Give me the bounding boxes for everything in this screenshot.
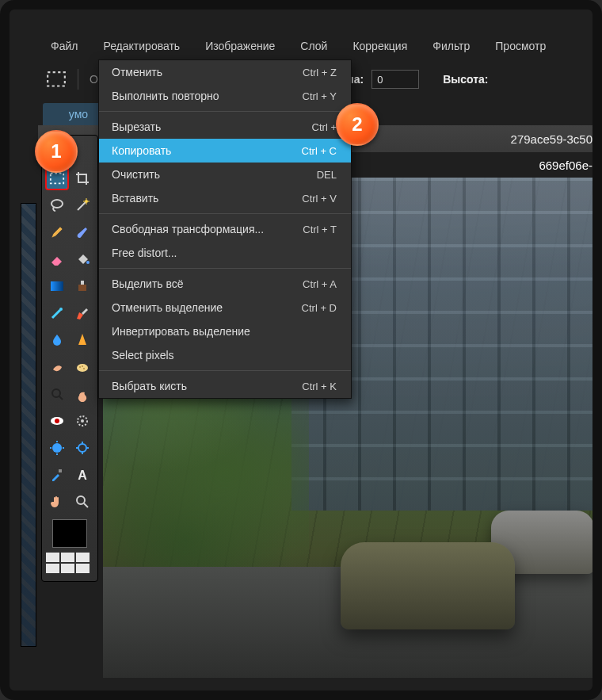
tool-bloat[interactable] <box>46 437 68 459</box>
menu-item-shortcut: Ctrl + C <box>302 145 337 157</box>
tool-redeye[interactable] <box>46 410 68 432</box>
svg-point-9 <box>77 364 88 372</box>
menu-edit[interactable]: Редактировать <box>90 35 192 57</box>
tool-wand[interactable] <box>71 194 93 216</box>
tool-eyedropper[interactable] <box>46 464 68 486</box>
secondary-document-strip[interactable] <box>21 203 36 647</box>
menu-item-label: Очистить <box>112 168 160 181</box>
marquee-icon <box>46 71 67 88</box>
callout-1: 1 <box>35 130 78 173</box>
svg-rect-7 <box>81 281 84 285</box>
menu-item-select-pixels[interactable]: Select pixels <box>99 343 351 367</box>
menu-item-label: Выполнить повторно <box>112 90 219 102</box>
menu-item-free-transform[interactable]: Свободная трансформация...Ctrl + T <box>99 217 351 241</box>
tool-clone[interactable] <box>71 275 93 297</box>
svg-point-4 <box>86 261 90 264</box>
menu-item-invert-selection[interactable]: Инвертировать выделение <box>99 319 351 343</box>
tool-spotheal[interactable] <box>71 410 93 432</box>
menu-file[interactable]: Файл <box>38 35 90 57</box>
menu-item-label: Выбрать кисть <box>112 380 187 392</box>
svg-point-15 <box>55 419 59 423</box>
tool-brush[interactable] <box>71 221 93 243</box>
menu-separator <box>99 111 351 112</box>
edit-menu-dropdown: ОтменитьCtrl + Z Выполнить повторноCtrl … <box>98 59 352 399</box>
svg-point-13 <box>52 389 60 397</box>
menu-item-label: Выделить всё <box>112 277 184 290</box>
menu-item-paste[interactable]: ВставитьCtrl + V <box>99 186 351 210</box>
tool-smudge[interactable] <box>46 356 68 378</box>
menu-item-label: Вставить <box>112 192 158 205</box>
menu-item-shortcut: DEL <box>317 169 337 181</box>
menu-item-label: Select pixels <box>112 349 174 361</box>
menu-separator <box>99 213 351 214</box>
menu-filter[interactable]: Фильтр <box>420 35 482 57</box>
menu-item-shortcut: Ctrl + K <box>302 381 337 392</box>
svg-rect-6 <box>78 285 86 291</box>
menu-item-label: Отменить выделение <box>112 301 223 314</box>
tool-hand[interactable] <box>46 491 68 513</box>
tool-blur[interactable] <box>46 329 68 351</box>
svg-rect-1 <box>51 174 63 184</box>
separator <box>78 69 78 90</box>
menu-adjust[interactable]: Коррекция <box>340 35 420 57</box>
svg-point-10 <box>79 366 81 368</box>
tool-draw[interactable] <box>71 302 93 324</box>
tool-dodge[interactable] <box>46 383 68 405</box>
svg-rect-0 <box>48 72 65 86</box>
tool-lasso[interactable] <box>46 194 68 216</box>
svg-point-11 <box>83 368 85 369</box>
menu-layer[interactable]: Слой <box>288 35 340 57</box>
menu-item-label: Free distort... <box>112 247 177 259</box>
menu-item-clear[interactable]: ОчиститьDEL <box>99 163 351 186</box>
menu-item-label: Отменить <box>112 66 162 78</box>
menu-item-free-distort[interactable]: Free distort... <box>99 241 351 265</box>
menu-item-label: Копировать <box>112 144 171 157</box>
canvas-decor <box>341 542 515 629</box>
menu-item-deselect[interactable]: Отменить выделениеCtrl + D <box>99 296 351 319</box>
tool-sharpen[interactable] <box>71 329 93 351</box>
document-tab-1[interactable]: 279ace59-3c50 <box>511 125 592 152</box>
menu-item-shortcut: Ctrl + Z <box>303 67 337 78</box>
menu-item-shortcut: Ctrl + V <box>302 193 337 205</box>
menu-separator <box>99 370 351 371</box>
menu-item-copy[interactable]: КопироватьCtrl + C <box>99 139 351 163</box>
color-swatch[interactable] <box>52 519 87 548</box>
tool-type[interactable]: A <box>71 464 93 486</box>
document-tab-2[interactable]: 669ef06e- <box>539 159 592 172</box>
menu-item-cut[interactable]: ВырезатьCtrl + <box>99 115 351 139</box>
svg-point-22 <box>77 496 85 504</box>
menu-item-undo[interactable]: ОтменитьCtrl + Z <box>99 60 351 84</box>
tool-burn[interactable] <box>71 383 93 405</box>
menu-item-label: Свободная трансформация... <box>112 223 264 235</box>
menu-item-redo[interactable]: Выполнить повторноCtrl + Y <box>99 84 351 108</box>
tool-eraser[interactable] <box>46 248 68 270</box>
svg-point-2 <box>51 200 63 208</box>
svg-rect-20 <box>59 469 62 472</box>
tool-pencil[interactable] <box>46 221 68 243</box>
tool-crop[interactable] <box>71 167 93 189</box>
tool-bucket[interactable] <box>71 248 93 270</box>
swatch-grid[interactable] <box>46 553 93 573</box>
menubar: Файл Редактировать Изображение Слой Корр… <box>38 33 592 59</box>
width-input[interactable] <box>371 70 419 89</box>
tool-zoom[interactable] <box>71 491 93 513</box>
svg-point-18 <box>52 443 62 453</box>
menu-image[interactable]: Изображение <box>192 35 288 57</box>
tool-gradient[interactable] <box>46 275 68 297</box>
svg-text:A: A <box>78 469 87 482</box>
menu-item-shortcut: Ctrl + Y <box>303 90 337 102</box>
menu-item-pick-brush[interactable]: Выбрать кистьCtrl + K <box>99 374 351 398</box>
tool-pinch[interactable] <box>71 437 93 459</box>
menu-separator <box>99 268 351 269</box>
menu-item-select-all[interactable]: Выделить всёCtrl + A <box>99 272 351 296</box>
tool-sponge[interactable] <box>71 356 93 378</box>
menu-item-shortcut: Ctrl + A <box>303 278 337 290</box>
callout-2: 2 <box>336 103 379 146</box>
svg-point-12 <box>82 365 83 367</box>
app-window: Файл Редактировать Изображение Слой Корр… <box>0 0 602 700</box>
menu-item-shortcut: Ctrl + <box>312 121 337 133</box>
tool-colorreplace[interactable] <box>46 302 68 324</box>
menu-view[interactable]: Просмотр <box>482 35 558 57</box>
menu-item-shortcut: Ctrl + T <box>303 224 337 235</box>
height-label: Высота: <box>443 73 488 86</box>
